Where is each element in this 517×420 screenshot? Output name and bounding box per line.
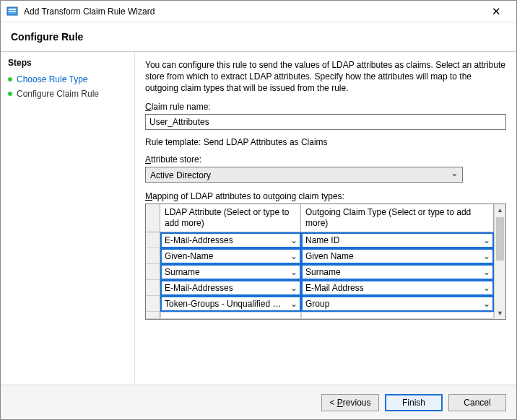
window-title: Add Transform Claim Rule Wizard: [24, 6, 482, 17]
scroll-down-icon: ▼: [495, 307, 505, 319]
chevron-down-icon: ⌄: [481, 299, 492, 309]
grid-body: E-Mail-Addresses⌄Name ID⌄Given-Name⌄Give…: [146, 232, 494, 319]
chevron-down-icon: ⌄: [481, 235, 492, 245]
mapping-label: Mapping of LDAP attributes to outgoing c…: [145, 191, 506, 201]
attribute-store-value: Active Directory: [145, 167, 463, 183]
page-title: Configure Rule: [11, 31, 506, 43]
outgoing-claim-value: Group: [303, 299, 481, 309]
table-row: E-Mail-Addresses⌄Name ID⌄: [146, 232, 494, 248]
titlebar: Add Transform Claim Rule Wizard ✕: [1, 1, 516, 22]
description-text: You can configure this rule to send the …: [145, 59, 506, 95]
chevron-down-icon: ⌄: [288, 283, 300, 293]
step-choose-rule-type[interactable]: Choose Rule Type: [8, 72, 127, 87]
row-selector[interactable]: [146, 312, 160, 319]
wizard-body: Steps Choose Rule Type Configure Claim R…: [1, 52, 516, 383]
outgoing-claim-value: Name ID: [303, 235, 481, 245]
step-configure-claim-rule[interactable]: Configure Claim Rule: [8, 87, 127, 101]
row-selector[interactable]: [146, 296, 160, 312]
attribute-store-label: Attribute store:: [145, 154, 506, 165]
scroll-thumb[interactable]: [496, 217, 504, 261]
outgoing-claim-cell[interactable]: Name ID⌄: [301, 232, 494, 248]
finish-button[interactable]: Finish: [385, 394, 443, 411]
mapping-grid: LDAP Attribute (Select or type to add mo…: [145, 204, 506, 320]
attribute-store-select[interactable]: Active Directory: [145, 167, 463, 183]
chevron-down-icon: ⌄: [288, 251, 300, 261]
table-row: Token-Groups - Unqualified Names⌄Group⌄: [146, 296, 494, 312]
ldap-attribute-cell[interactable]: E-Mail-Addresses⌄: [160, 232, 301, 248]
grid-header: LDAP Attribute (Select or type to add mo…: [146, 204, 494, 232]
step-status-icon: [8, 77, 12, 82]
ldap-attribute-cell[interactable]: E-Mail-Addresses⌄: [160, 280, 301, 296]
outgoing-claim-cell[interactable]: Group⌄: [301, 296, 494, 312]
app-icon: [6, 6, 18, 17]
col-header-ldap: LDAP Attribute (Select or type to add mo…: [160, 204, 301, 232]
ldap-attribute-cell[interactable]: Given-Name⌄: [160, 248, 301, 264]
svg-rect-2: [9, 11, 16, 12]
svg-rect-1: [9, 9, 16, 10]
claim-rule-name-label: Claim rule name:: [145, 102, 506, 112]
chevron-down-icon: ⌄: [288, 267, 300, 277]
outgoing-claim-cell[interactable]: [301, 312, 494, 319]
table-row: [146, 312, 494, 319]
col-header-claim: Outgoing Claim Type (Select or type to a…: [301, 204, 494, 232]
row-selector-header: [146, 204, 160, 232]
row-selector[interactable]: [146, 264, 160, 280]
ldap-attribute-cell[interactable]: Token-Groups - Unqualified Names⌄: [160, 296, 301, 312]
main-panel: You can configure this rule to send the …: [135, 52, 516, 383]
ldap-attribute-value: Surname: [162, 267, 288, 277]
wizard-footer: < Previous Finish Cancel: [1, 385, 516, 419]
outgoing-claim-value: E-Mail Address: [303, 283, 481, 293]
outgoing-claim-cell[interactable]: Given Name⌄: [301, 248, 494, 264]
row-selector[interactable]: [146, 280, 160, 296]
previous-button[interactable]: < Previous: [321, 394, 379, 411]
chevron-down-icon: ⌄: [481, 267, 492, 277]
close-icon: ✕: [492, 5, 501, 17]
step-label: Choose Rule Type: [17, 74, 88, 84]
steps-sidebar: Steps Choose Rule Type Configure Claim R…: [1, 52, 135, 383]
ldap-attribute-value: E-Mail-Addresses: [162, 235, 288, 245]
close-button[interactable]: ✕: [482, 1, 511, 22]
table-row: Given-Name⌄Given Name⌄: [146, 248, 494, 264]
table-row: E-Mail-Addresses⌄E-Mail Address⌄: [146, 280, 494, 296]
outgoing-claim-cell[interactable]: Surname⌄: [301, 264, 494, 280]
outgoing-claim-value: Surname: [303, 267, 481, 277]
chevron-down-icon: ⌄: [481, 283, 492, 293]
rule-template-label: Rule template: Send LDAP Attributes as C…: [145, 137, 506, 147]
outgoing-claim-cell[interactable]: E-Mail Address⌄: [301, 280, 494, 296]
chevron-down-icon: ⌄: [288, 299, 300, 309]
wizard-header: Configure Rule: [1, 22, 516, 51]
cancel-button[interactable]: Cancel: [448, 394, 506, 411]
chevron-down-icon: ⌄: [288, 235, 300, 245]
outgoing-claim-value: Given Name: [303, 251, 481, 261]
vertical-scrollbar[interactable]: ▲ ▼: [494, 204, 505, 319]
step-status-icon: [8, 92, 12, 96]
scroll-up-icon: ▲: [495, 204, 505, 216]
ldap-attribute-value: Token-Groups - Unqualified Names: [162, 299, 288, 309]
claim-rule-name-input[interactable]: [145, 114, 506, 130]
step-label: Configure Claim Rule: [17, 89, 99, 99]
ldap-attribute-value: Given-Name: [162, 251, 288, 261]
row-selector[interactable]: [146, 248, 160, 264]
ldap-attribute-cell[interactable]: [160, 312, 301, 319]
table-row: Surname⌄Surname⌄: [146, 264, 494, 280]
ldap-attribute-cell[interactable]: Surname⌄: [160, 264, 301, 280]
row-selector[interactable]: [146, 232, 160, 248]
chevron-down-icon: ⌄: [481, 251, 492, 261]
steps-heading: Steps: [8, 58, 127, 68]
ldap-attribute-value: E-Mail-Addresses: [162, 283, 288, 293]
